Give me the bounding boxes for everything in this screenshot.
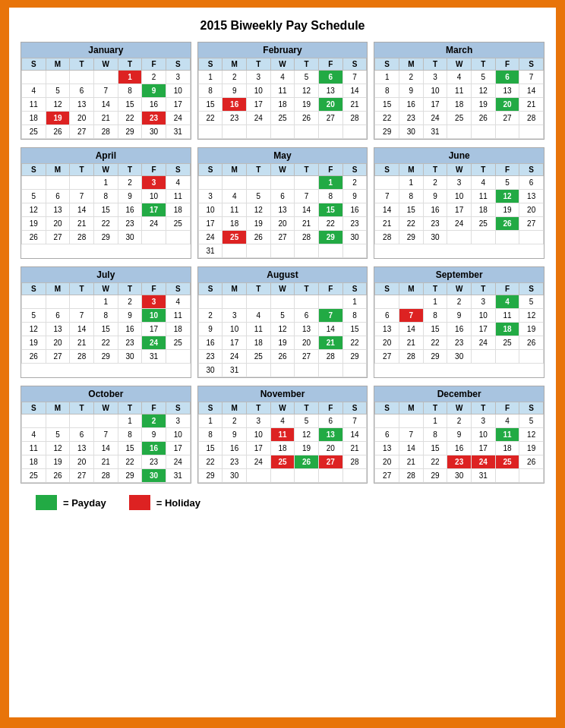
day-cell: 4 <box>246 309 270 323</box>
month-header-april: April <box>21 148 191 163</box>
day-cell: 6 <box>318 71 342 84</box>
day-cell: 3 <box>142 176 166 190</box>
day-cell: 23 <box>118 336 142 350</box>
day-cell: 14 <box>295 203 319 217</box>
week-row: 25262728293031 <box>22 469 191 483</box>
day-cell <box>519 350 544 364</box>
day-cell <box>270 295 295 309</box>
day-cell: 27 <box>495 112 519 125</box>
day-cell: 21 <box>70 217 94 231</box>
day-cell <box>246 244 270 258</box>
day-cell: 3 <box>223 309 247 323</box>
month-block-march: MarchSMTWTFS1234567891011121314151617181… <box>374 42 544 140</box>
day-cell: 19 <box>295 442 319 455</box>
day-cell: 1 <box>118 71 142 84</box>
day-cell: 4 <box>447 71 472 84</box>
day-cell: 10 <box>166 428 190 442</box>
month-block-april: AprilSMTWTFS1234567891011121314151617181… <box>21 147 191 259</box>
week-row: 20212223242526 <box>375 455 544 469</box>
day-cell: 11 <box>223 203 247 217</box>
day-cell: 4 <box>22 428 46 442</box>
month-header-october: October <box>21 386 191 402</box>
day-cell: 3 <box>471 295 495 309</box>
month-row-3: JulySMTWTFS12345678910111213141516171819… <box>21 266 544 378</box>
week-row: 1234567 <box>198 414 367 428</box>
day-cell: 13 <box>375 442 399 455</box>
day-cell: 7 <box>318 309 342 323</box>
day-cell: 7 <box>295 190 319 203</box>
day-cell: 11 <box>22 442 46 455</box>
week-row: 891011121314 <box>198 428 367 442</box>
day-cell: 6 <box>375 428 399 442</box>
day-header: S <box>519 164 544 176</box>
day-cell: 17 <box>223 336 247 350</box>
day-cell: 11 <box>22 98 46 112</box>
day-cell: 14 <box>399 442 424 455</box>
page-title: 2015 Biweekly Pay Schedule <box>21 19 544 33</box>
day-cell: 12 <box>246 203 270 217</box>
day-cell: 4 <box>166 176 190 190</box>
month-block-june: JuneSMTWTFS12345678910111213141516171819… <box>374 147 544 259</box>
day-cell: 27 <box>375 469 399 483</box>
day-header: M <box>46 283 70 295</box>
day-cell: 1 <box>423 414 447 428</box>
day-cell <box>375 414 399 428</box>
day-cell: 24 <box>198 231 223 244</box>
day-cell: 21 <box>318 336 342 350</box>
day-cell <box>46 71 70 84</box>
month-block-january: JanuarySMTWTFS12345678910111213141516171… <box>21 42 191 140</box>
day-cell: 3 <box>166 414 190 428</box>
day-cell: 22 <box>118 112 142 125</box>
day-cell: 7 <box>70 190 94 203</box>
holiday-color-box <box>129 495 150 510</box>
day-cell: 27 <box>318 455 342 469</box>
week-row: 16171819202122 <box>198 336 367 350</box>
day-header: W <box>270 58 295 71</box>
day-cell: 27 <box>375 350 399 364</box>
day-cell: 25 <box>166 336 190 350</box>
day-cell: 13 <box>318 84 342 98</box>
day-header: S <box>166 58 190 71</box>
day-header: M <box>46 58 70 71</box>
day-cell: 10 <box>423 84 447 98</box>
day-cell <box>70 71 94 84</box>
payday-legend: = Payday <box>36 495 106 510</box>
day-cell: 17 <box>471 442 495 455</box>
day-cell: 25 <box>22 125 46 139</box>
day-cell <box>246 295 270 309</box>
day-cell: 28 <box>93 125 118 139</box>
day-cell: 28 <box>399 350 424 364</box>
day-cell: 11 <box>166 190 190 203</box>
week-row: 2728293031 <box>375 469 544 483</box>
day-cell: 20 <box>375 336 399 350</box>
day-cell: 17 <box>246 98 270 112</box>
day-cell <box>519 231 544 244</box>
day-cell: 20 <box>318 442 342 455</box>
day-cell: 26 <box>495 217 519 231</box>
day-cell: 27 <box>295 350 319 364</box>
month-row-1: JanuarySMTWTFS12345678910111213141516171… <box>21 42 544 140</box>
day-cell: 25 <box>270 455 295 469</box>
day-cell: 13 <box>270 203 295 217</box>
week-row: 1234567 <box>375 71 544 84</box>
day-cell: 28 <box>342 455 367 469</box>
cal-table-june: SMTWTFS123456789101112131415161718192021… <box>374 163 544 244</box>
day-header: S <box>198 402 223 414</box>
day-cell: 30 <box>423 231 447 244</box>
week-row <box>198 125 367 139</box>
day-cell: 16 <box>447 442 472 455</box>
day-cell: 2 <box>423 176 447 190</box>
day-cell: 18 <box>22 112 46 125</box>
month-header-december: December <box>374 386 544 402</box>
day-header: T <box>70 402 94 414</box>
week-row: 2345678 <box>198 309 367 323</box>
month-header-january: January <box>21 43 191 58</box>
day-cell: 7 <box>399 309 424 323</box>
day-cell: 8 <box>318 190 342 203</box>
day-cell: 14 <box>70 203 94 217</box>
week-row: 31 <box>198 244 367 258</box>
day-cell: 19 <box>246 217 270 231</box>
day-cell: 27 <box>270 231 295 244</box>
day-cell: 21 <box>519 98 544 112</box>
week-row: 6789101112 <box>375 309 544 323</box>
